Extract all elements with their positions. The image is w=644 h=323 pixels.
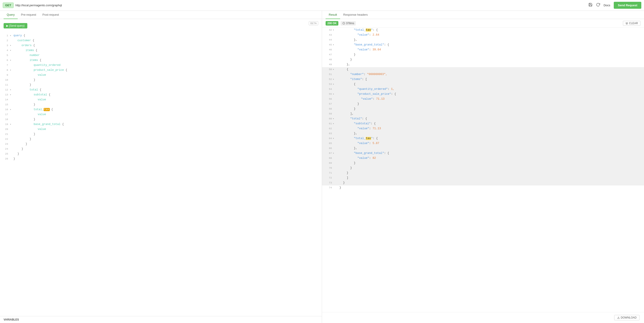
code-line: 19▾base_grand_total { [0,122,322,127]
code-line: 16▾total_tax { [0,107,322,112]
send-query-button[interactable]: ▶ {Send query} [4,23,27,28]
result-line: 44}, [322,38,644,42]
result-line: 50▾{ [322,67,644,72]
result-line: 55▾"product_sale_price": { [322,92,644,97]
code-line: 11} [0,83,322,88]
tab-response-headers[interactable]: Response headers [340,11,371,19]
main-layout: Query Pre-request Post-request ▶ {Send q… [0,11,644,323]
fold-arrow [10,147,13,147]
code-line: 6▾items { [0,58,322,63]
result-fold[interactable]: ▾ [333,151,336,155]
tab-query[interactable]: Query [4,11,18,19]
time-badge: 378ms [340,21,356,26]
tab-result[interactable]: Result [326,11,340,19]
docs-button[interactable]: Docs [604,4,610,7]
code-line: 25} [0,152,322,156]
result-fold[interactable]: ▾ [333,82,336,86]
code-line: 12▾total { [0,88,322,92]
result-fold [333,171,336,171]
result-fold[interactable]: ▾ [333,77,336,81]
result-line: 47} [322,52,644,57]
top-icons: Docs Send Request [588,2,641,9]
result-fold [333,112,336,112]
result-fold[interactable]: ▾ [333,42,336,47]
result-line: 74} [322,186,644,190]
result-fold [333,57,336,58]
result-area: 42▾"total_tax": {43"value": 2.6444},45▾"… [322,28,644,312]
result-fold[interactable]: ▾ [333,92,336,96]
code-line: 1▾query { [0,34,322,38]
fold-arrow [10,142,13,142]
code-line: 4▾items { [0,48,322,53]
result-fold [333,33,336,33]
method-badge: GET [3,2,14,8]
fold-arrow[interactable]: ▾ [10,58,13,62]
fold-arrow[interactable]: ▾ [10,34,13,38]
top-bar: GET Docs Send Request [0,0,644,11]
fold-arrow [10,78,13,78]
code-line: 14value [0,98,322,102]
query-code: 1▾query {2customer {3▾orders {4▾items {5… [0,32,322,162]
fold-arrow [10,73,13,73]
result-fold [333,161,336,161]
result-line: 72] [322,176,644,180]
fold-arrow[interactable]: ▾ [10,92,13,97]
code-line: 15} [0,102,322,107]
fold-arrow[interactable]: ▾ [10,107,13,112]
code-line: 17value [0,112,322,117]
result-line: 73} [322,180,644,186]
code-line: 8▾product_sale_price { [0,68,322,73]
result-fold[interactable]: ▾ [333,122,336,126]
fold-arrow[interactable]: ▾ [10,68,13,72]
variables-bar[interactable]: VARIABLES [0,316,322,323]
result-fold[interactable]: ▾ [333,116,336,121]
send-request-button[interactable]: Send Request [614,2,641,9]
url-input[interactable] [16,4,587,7]
result-line: 63}, [322,131,644,136]
fold-arrow[interactable]: ▾ [10,88,13,92]
result-fold [333,97,336,97]
result-fold [333,87,336,87]
result-line: 48} [322,57,644,62]
right-panel: Result Response headers 200 OK 378ms CLE… [322,11,644,323]
fold-arrow[interactable]: ▾ [10,43,13,48]
fold-arrow [10,53,13,54]
refresh-icon-button[interactable] [596,3,600,8]
result-line: 54"quantity_ordered": 1, [322,87,644,92]
result-fold [333,126,336,127]
result-line: 61▾"subtotal": { [322,122,644,126]
result-line: 43"value": 2.64 [322,33,644,38]
result-fold[interactable]: ▾ [333,136,336,140]
result-line: 67▾"base_grand_total": { [322,151,644,156]
result-fold [333,141,336,142]
tab-pre-request[interactable]: Pre-request [18,11,39,19]
result-line: 65"value": 5.87 [322,141,644,146]
tab-post-request[interactable]: Post-request [39,11,62,19]
result-fold [333,180,336,181]
result-line: 66}, [322,146,644,151]
fold-arrow[interactable]: ▾ [10,48,13,52]
result-fold [333,176,336,176]
result-line: 56"value": 71.13 [322,97,644,102]
result-header: 200 OK 378ms CLEAR [322,19,644,28]
code-line: 26} [0,156,322,162]
code-line: 10} [0,78,322,83]
code-line: 9value [0,73,322,78]
fold-arrow[interactable]: ▾ [10,122,13,126]
code-line: 7quantity_ordered [0,63,322,68]
result-line: 69} [322,161,644,166]
fold-arrow [10,98,13,98]
save-icon-button[interactable] [588,3,592,8]
result-fold[interactable]: ▾ [333,67,336,72]
download-button[interactable]: DOWNLOAD [614,315,640,320]
code-line: 18} [0,117,322,122]
result-line: 57} [322,102,644,106]
code-line: 21} [0,132,322,137]
clear-button[interactable]: CLEAR [623,21,640,26]
result-fold [333,106,336,107]
result-line: 58} [322,106,644,112]
status-badge: 200 OK [326,21,338,26]
result-fold[interactable]: ▾ [333,28,336,32]
query-editor: ▶ {Send query} BETA 1▾query {2customer {… [0,19,322,316]
result-fold [333,102,336,102]
